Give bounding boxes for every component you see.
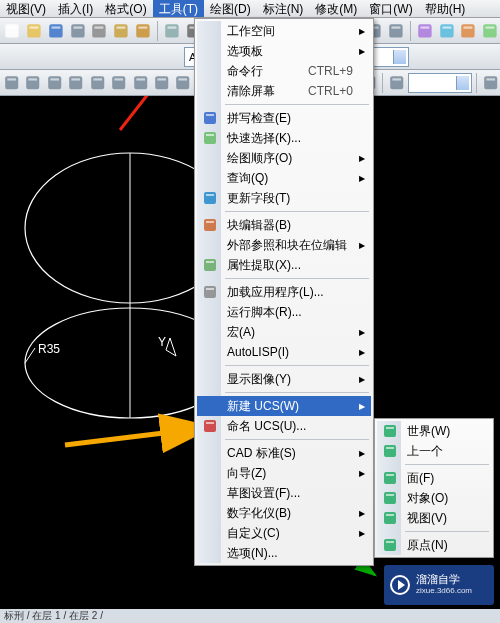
tools-item[interactable]: CAD 标准(S)▶ (197, 443, 371, 463)
tools-item[interactable]: 选项板▶ (197, 41, 371, 61)
svg-rect-17 (117, 26, 126, 28)
save-button[interactable] (46, 20, 66, 42)
menu-item-label: 面(F) (407, 470, 434, 487)
svg-rect-94 (204, 132, 216, 144)
ucs-item[interactable]: 面(F) (377, 468, 491, 488)
menu-修改[interactable]: 修改(M) (309, 0, 363, 17)
tools-item[interactable]: 运行脚本(R)... (197, 302, 371, 322)
palette-button[interactable] (415, 20, 435, 42)
fillet-button[interactable] (173, 72, 192, 94)
svg-rect-12 (71, 24, 84, 37)
menu-item-label: CAD 标准(S) (227, 445, 296, 462)
menu-item-label: AutoLISP(I) (227, 345, 289, 359)
ucs-icon-button[interactable] (387, 72, 406, 94)
tools-item[interactable]: 快速选择(K)... (197, 128, 371, 148)
copy-button[interactable] (111, 20, 131, 42)
tools-item[interactable]: 拼写检查(E) (197, 108, 371, 128)
ucs-item[interactable]: 视图(V) (377, 508, 491, 528)
ucs-item[interactable]: 对象(O) (377, 488, 491, 508)
svg-rect-115 (386, 514, 394, 516)
open-button[interactable] (24, 20, 44, 42)
submenu-arrow-icon: ▶ (359, 348, 365, 357)
circle-button[interactable] (23, 72, 42, 94)
submenu-arrow-icon: ▶ (359, 154, 365, 163)
ucs-item[interactable]: 原点(N) (377, 535, 491, 555)
ucs-item[interactable]: 上一个 (377, 441, 491, 461)
tools-item[interactable]: 工作空间▶ (197, 21, 371, 41)
tools-item[interactable]: 宏(A)▶ (197, 322, 371, 342)
ellipse-button[interactable] (152, 72, 171, 94)
cut-button[interactable] (89, 20, 109, 42)
svg-rect-70 (177, 76, 190, 89)
menu-插入[interactable]: 插入(I) (52, 0, 99, 17)
cloud-button[interactable] (162, 20, 182, 42)
svg-rect-14 (93, 24, 106, 37)
menu-标注[interactable]: 标注(N) (257, 0, 310, 17)
menu-帮助[interactable]: 帮助(H) (419, 0, 472, 17)
tools-item[interactable]: 选项(N)... (197, 543, 371, 563)
tools-item[interactable]: 绘图顺序(O)▶ (197, 148, 371, 168)
tools-item[interactable]: 清除屏幕CTRL+0 (197, 81, 371, 101)
svg-rect-62 (91, 76, 104, 89)
svg-rect-45 (464, 26, 473, 28)
tools-item[interactable]: 新建 UCS(W)▶ (197, 396, 371, 416)
rect-button[interactable] (66, 72, 85, 94)
svg-rect-10 (49, 24, 62, 37)
dim2-button[interactable] (386, 20, 406, 42)
new-ucs-submenu: 世界(W)上一个面(F)对象(O)视图(V)原点(N) (374, 418, 494, 558)
tools-item[interactable]: 草图设置(F)... (197, 483, 371, 503)
poly-button[interactable] (109, 72, 128, 94)
tools-item[interactable]: 数字化仪(B)▶ (197, 503, 371, 523)
svg-rect-117 (386, 541, 394, 543)
measure-button[interactable] (481, 72, 500, 94)
menu-绘图[interactable]: 绘图(D) (204, 0, 257, 17)
menu-item-label: 向导(Z) (227, 465, 266, 482)
submenu-arrow-icon: ▶ (359, 47, 365, 56)
submenu-arrow-icon: ▶ (359, 328, 365, 337)
menu-窗口[interactable]: 窗口(W) (363, 0, 418, 17)
tools-item[interactable]: 命名 UCS(U)... (197, 416, 371, 436)
combo-empty2[interactable] (408, 73, 472, 93)
svg-rect-60 (69, 76, 82, 89)
menu-item-label: 新建 UCS(W) (227, 398, 299, 415)
tools-item[interactable]: 向导(Z)▶ (197, 463, 371, 483)
paste-button[interactable] (133, 20, 153, 42)
menu-视图[interactable]: 视图(V) (0, 0, 52, 17)
hatch-button[interactable] (131, 72, 150, 94)
ucs-item[interactable]: 世界(W) (377, 421, 491, 441)
spline-button[interactable] (88, 72, 107, 94)
new-doc-button[interactable] (2, 20, 22, 42)
block-icon (201, 216, 219, 234)
attr-icon (201, 256, 219, 274)
tools-item[interactable]: 自定义(C)▶ (197, 523, 371, 543)
svg-rect-93 (206, 114, 214, 116)
tools-item[interactable]: 外部参照和块在位编辑▶ (197, 235, 371, 255)
svg-rect-69 (157, 78, 166, 80)
menu-工具[interactable]: 工具(T) (153, 0, 204, 17)
tools-item[interactable]: 命令行CTRL+9 (197, 61, 371, 81)
submenu-arrow-icon: ▶ (359, 449, 365, 458)
tools-item[interactable]: 加载应用程序(L)... (197, 282, 371, 302)
menu-item-label: 上一个 (407, 443, 443, 460)
arc-button[interactable] (45, 72, 64, 94)
svg-rect-110 (384, 472, 396, 484)
svg-rect-58 (48, 76, 61, 89)
tools-item[interactable]: 更新字段(T) (197, 188, 371, 208)
tools-item[interactable]: 属性提取(X)... (197, 255, 371, 275)
tools-item[interactable]: 查询(Q)▶ (197, 168, 371, 188)
svg-rect-112 (384, 492, 396, 504)
tools-item[interactable]: 显示图像(Y)▶ (197, 369, 371, 389)
paint-button[interactable] (458, 20, 478, 42)
menu-item-label: 显示图像(Y) (227, 371, 291, 388)
blank-button[interactable] (68, 20, 88, 42)
sel-icon (201, 129, 219, 147)
tools-item[interactable]: AutoLISP(I)▶ (197, 342, 371, 362)
svg-rect-43 (442, 26, 451, 28)
menu-item-label: 快速选择(K)... (227, 130, 301, 147)
tools-item[interactable]: 块编辑器(B) (197, 215, 371, 235)
menu-格式[interactable]: 格式(O) (99, 0, 152, 17)
xref-button[interactable] (480, 20, 500, 42)
layers-button[interactable] (437, 20, 457, 42)
line-button[interactable] (2, 72, 21, 94)
svg-rect-90 (484, 76, 497, 89)
